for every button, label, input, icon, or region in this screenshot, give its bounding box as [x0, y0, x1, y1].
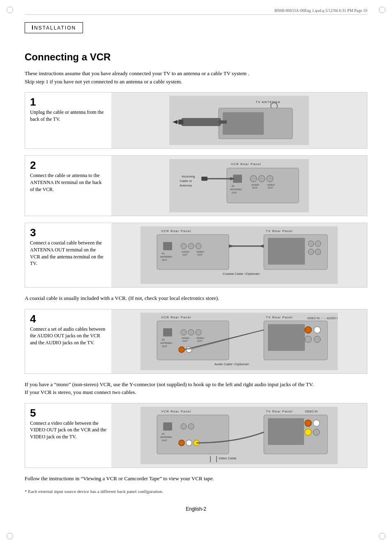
svg-text:IN: IN	[162, 252, 164, 255]
installation-label-rest: NSTALLATION	[34, 25, 76, 31]
svg-point-95	[186, 440, 192, 446]
svg-point-79	[305, 336, 311, 343]
svg-text:OUT: OUT	[268, 187, 273, 189]
svg-text:ANTENNA: ANTENNA	[230, 188, 242, 191]
svg-text:Incoming: Incoming	[182, 175, 195, 178]
svg-text:VCR  Rear  Panel: VCR Rear Panel	[231, 162, 261, 166]
svg-text:Video  Cable: Video Cable	[219, 456, 237, 460]
step-3-box: 3 Connect a coaxial cable between the AN…	[25, 223, 367, 288]
svg-text:OUT: OUT	[182, 340, 188, 342]
svg-rect-35	[157, 235, 229, 270]
svg-text:Audio Cable  <Optional>: Audio Cable <Optional>	[214, 362, 249, 366]
svg-point-40	[181, 243, 187, 249]
footnote: * Each external input source device has …	[25, 489, 367, 494]
svg-text:OUT: OUT	[197, 253, 203, 256]
svg-text:OUT: OUT	[162, 345, 167, 348]
svg-point-101	[313, 420, 320, 426]
svg-text:VCR  Rear  Panel: VCR Rear Panel	[161, 316, 191, 319]
svg-text:VIDEO IN ←→ AUDIO IN: VIDEO IN ←→ AUDIO IN	[307, 317, 338, 320]
svg-text:VIDEO IN: VIDEO IN	[305, 410, 318, 413]
step-5-number: 5	[30, 408, 106, 418]
svg-point-77	[305, 327, 311, 333]
header-text: BN68-00633A-06Eng 1.qxd.q 5/12/04 6:31 P…	[274, 8, 367, 13]
svg-rect-6	[223, 112, 264, 135]
svg-rect-61	[163, 328, 172, 336]
page-header: BN68-00633A-06Eng 1.qxd.q 5/12/04 6:31 P…	[25, 8, 367, 15]
intro-line-2: Skip step 1 if you have not yet connecte…	[25, 78, 182, 85]
step-3-number: 3	[30, 227, 106, 238]
svg-point-21	[267, 175, 273, 182]
step-1-diagram: TV ANTENNA	[169, 96, 309, 145]
svg-point-102	[305, 429, 311, 435]
svg-text:OUT: OUT	[197, 340, 203, 342]
step-4-image: VCR Rear Panel TV Rear Panel IN ANTENNA …	[111, 309, 367, 373]
svg-text:OUT: OUT	[162, 259, 167, 261]
svg-rect-48	[268, 238, 305, 265]
svg-rect-98	[268, 418, 304, 445]
svg-point-49	[308, 241, 314, 247]
svg-point-80	[314, 336, 321, 343]
step-3-diagram: VCR Rear Panel TV Rear Panel IN ANTENNA …	[141, 226, 338, 284]
svg-point-51	[308, 249, 314, 255]
svg-rect-8	[219, 120, 227, 124]
svg-text:VCR  Rear  Panel: VCR Rear Panel	[161, 229, 191, 233]
svg-text:AUDIO: AUDIO	[182, 337, 189, 339]
step-5-box: 5 Connect a video cable between the VIDE…	[25, 403, 367, 468]
svg-text:IN: IN	[232, 185, 234, 187]
between-text-2-line-1: If you have a “mono” (non-stereo) VCR, u…	[25, 381, 314, 387]
step-1-desc: Unplug the cable or antenna from the bac…	[30, 109, 106, 123]
corner-decoration-bl	[7, 533, 13, 539]
step-1-image: TV ANTENNA	[111, 92, 367, 148]
page: BN68-00633A-06Eng 1.qxd.q 5/12/04 6:31 P…	[0, 0, 392, 546]
corner-decoration-tr	[379, 7, 385, 13]
step-4-text: 4 Connect a set of audio cables between …	[25, 309, 111, 373]
step-2-diagram: VCR Rear Panel IN ANTENNA OUT AUDIO VIDE…	[169, 159, 309, 212]
svg-rect-7	[182, 118, 221, 126]
svg-text:VCR  Rear  Panel: VCR Rear Panel	[161, 410, 191, 413]
svg-text:IN: IN	[162, 339, 164, 341]
corner-decoration-tl	[7, 7, 13, 13]
step-2-number: 2	[30, 160, 106, 170]
svg-text:OUT: OUT	[182, 253, 188, 256]
svg-text:VIDEO: VIDEO	[267, 184, 275, 186]
svg-point-41	[188, 243, 194, 249]
svg-text:Coaxial  Cable <Optional>: Coaxial Cable <Optional>	[223, 272, 260, 276]
svg-text:OUT: OUT	[162, 439, 167, 442]
svg-rect-14	[227, 168, 299, 203]
svg-rect-36	[163, 242, 172, 250]
svg-text:IN: IN	[162, 433, 164, 435]
svg-text:Cable  or: Cable or	[180, 179, 192, 183]
between-text-1: A coaxial cable is usually included with…	[25, 294, 367, 302]
between-text-2-line-2: If your VCR is stereo, you must connect …	[25, 389, 136, 395]
svg-text:VIDEO: VIDEO	[196, 251, 204, 253]
step-2-box: 2 Connect the cable or antenna to the AN…	[25, 155, 367, 216]
step-4-box: 4 Connect a set of audio cables between …	[25, 309, 367, 374]
step-3-image: VCR Rear Panel TV Rear Panel IN ANTENNA …	[111, 223, 367, 287]
svg-point-94	[179, 440, 184, 446]
between-text-2: If you have a “mono” (non-stereo) VCR, u…	[25, 380, 367, 396]
step-2-image: VCR Rear Panel IN ANTENNA OUT AUDIO VIDE…	[111, 156, 367, 216]
step-3-desc: Connect a coaxial cable between the ANTE…	[30, 240, 106, 267]
footer-page-number: English-2	[186, 506, 206, 512]
step-5-desc: Connect a video cable between the VIDEO …	[30, 420, 106, 440]
svg-point-72	[179, 347, 184, 352]
corner-decoration-br	[379, 533, 385, 539]
svg-point-103	[313, 429, 320, 435]
svg-text:OUT: OUT	[252, 187, 258, 189]
svg-point-20	[258, 175, 265, 182]
step-1-text: 1 Unplug the cable or antenna from the b…	[25, 92, 111, 148]
page-footer: English-2	[25, 506, 367, 512]
svg-point-93	[188, 424, 194, 429]
svg-text:TV  Rear  Panel: TV Rear Panel	[266, 229, 293, 233]
step-5-image: VCR Rear Panel TV Rear Panel IN ANTENNA …	[111, 403, 367, 468]
svg-text:Antenna: Antenna	[180, 184, 192, 187]
step-1-number: 1	[30, 97, 106, 107]
svg-text:OUT: OUT	[232, 191, 237, 194]
svg-text:ANTENNA: ANTENNA	[160, 436, 172, 438]
svg-point-42	[196, 243, 201, 249]
follow-text: Follow the instructions in “Viewing a VC…	[25, 475, 367, 483]
svg-point-66	[188, 329, 194, 335]
svg-rect-60	[157, 321, 229, 360]
intro-text: These instructions assume that you have …	[25, 69, 367, 85]
step-2-text: 2 Connect the cable or antenna to the AN…	[25, 156, 111, 216]
